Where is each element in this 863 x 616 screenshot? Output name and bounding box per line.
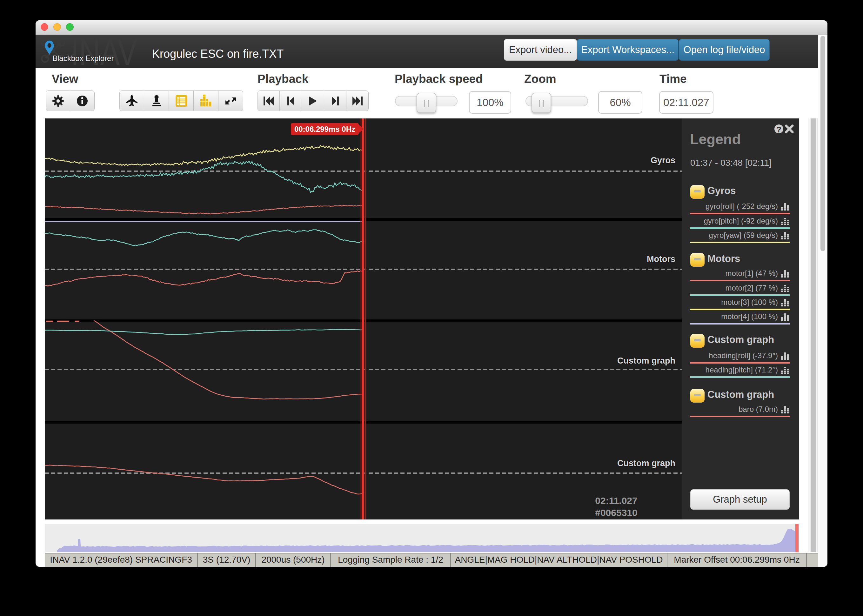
svg-text:INAV: INAV <box>71 35 137 68</box>
svg-text:?: ? <box>776 125 781 134</box>
